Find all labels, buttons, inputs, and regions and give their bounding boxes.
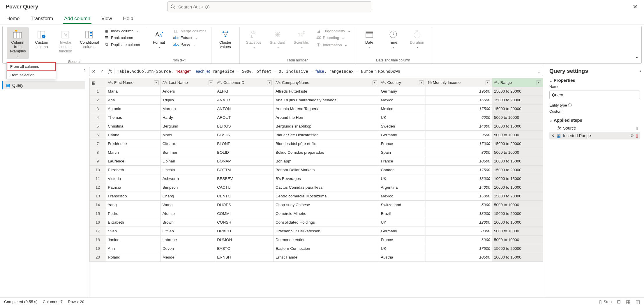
table-cell[interactable]: EASTC (215, 244, 274, 253)
table-row[interactable]: 10ElizabethLincolnBOTTMBottom-Dollar Mar… (90, 166, 543, 174)
table-cell[interactable]: Victoria (106, 174, 160, 183)
cluster-values-button[interactable]: Cluster values (214, 27, 237, 50)
table-row[interactable]: 4ThomasHardyAROUTAround the HornUK600050… (90, 113, 543, 122)
table-cell[interactable]: 17500 (426, 244, 492, 253)
row-number[interactable]: 4 (90, 113, 106, 122)
table-cell[interactable]: Frédérique (106, 139, 160, 148)
table-row[interactable]: 14YangWangDHOPSChop-suey ChineseSwitzerl… (90, 201, 543, 209)
applied-step[interactable]: fxSource▯ (549, 124, 640, 132)
table-row[interactable]: 2AnaTrujilloANATRAna Trujillo Emaredados… (90, 96, 543, 105)
table-cell[interactable]: Afonso (160, 209, 215, 218)
table-cell[interactable]: AROUT (215, 113, 274, 122)
menu-home[interactable]: Home (5, 15, 21, 24)
table-cell[interactable]: Moos (160, 131, 215, 139)
table-cell[interactable]: Mendel (160, 253, 215, 262)
table-cell[interactable]: 5000 to 10000 (492, 236, 543, 244)
table-row[interactable]: 20RolandMendelERNSHErnst HandelAustria10… (90, 253, 543, 262)
column-header[interactable]: 1²₃Monthly Income▾ (426, 78, 492, 87)
duration-button[interactable]: Duration (406, 27, 428, 50)
column-header[interactable]: AᴮcCountry▾ (379, 78, 426, 87)
schema-view-button[interactable]: ◫ (636, 299, 640, 305)
table-cell[interactable]: Germany (379, 87, 426, 96)
properties-section-header[interactable]: Properties (549, 78, 640, 83)
merge-columns-button[interactable]: ▯▯Merge columns (172, 28, 208, 34)
table-cell[interactable]: Mexico (379, 192, 426, 201)
menu-help[interactable]: Help (122, 15, 135, 24)
extract-button[interactable]: abcExtract (172, 35, 208, 41)
table-cell[interactable]: Libihan (160, 157, 215, 166)
table-cell[interactable]: Antonio (106, 105, 160, 113)
table-row[interactable]: 9LaurenceLibihanBONAPBon app'France10500… (90, 157, 543, 166)
column-filter-button[interactable]: ▾ (154, 80, 159, 85)
table-cell[interactable]: Brazil (379, 209, 426, 218)
table-row[interactable]: 17SvenOttliebDRACDDrachenblut Delikatess… (90, 227, 543, 236)
column-header[interactable]: AᴮcRange▾ (492, 78, 543, 87)
column-type-icon[interactable]: Aᴮc (163, 81, 168, 84)
row-number[interactable]: 10 (90, 166, 106, 174)
table-cell[interactable]: Canada (379, 166, 426, 174)
row-number[interactable]: 8 (90, 148, 106, 157)
table-cell[interactable]: B's Beverages (274, 174, 379, 183)
table-cell[interactable]: Yang (106, 201, 160, 209)
table-cell[interactable]: Cactus Comidas para llevar (274, 183, 379, 192)
table-cell[interactable]: 5000 to 10000 (492, 113, 543, 122)
rounding-button[interactable]: .00Rounding (314, 35, 352, 41)
table-cell[interactable]: Drachenblut Delikatessen (274, 227, 379, 236)
table-cell[interactable]: 10000 to 15000 (492, 174, 543, 183)
applied-steps-header[interactable]: Applied steps (549, 118, 640, 123)
table-cell[interactable]: ANATR (215, 96, 274, 105)
table-cell[interactable]: DHOPS (215, 201, 274, 209)
table-cell[interactable]: Patricio (106, 183, 160, 192)
row-number[interactable]: 12 (90, 183, 106, 192)
row-number[interactable]: 19 (90, 244, 106, 253)
trigonometry-button[interactable]: ◢Trigonometry (314, 28, 352, 34)
row-number[interactable]: 1 (90, 87, 106, 96)
formula-accept-button[interactable]: ✓ (98, 69, 106, 74)
table-cell[interactable]: Laurence (106, 157, 160, 166)
table-cell[interactable]: 15000 to 20000 (492, 87, 543, 96)
custom-column-button[interactable]: Custom column (31, 27, 53, 50)
table-cell[interactable]: DUMON (215, 236, 274, 244)
diagram-view-button[interactable]: ⊞ (617, 299, 621, 305)
table-cell[interactable]: 10500 (426, 157, 492, 166)
table-row[interactable]: 13FransciscoChangCENTCCentro comercial M… (90, 192, 543, 201)
ribbon-collapse-button[interactable]: ⌃ (635, 56, 639, 62)
table-corner[interactable]: ▦ (90, 78, 106, 87)
query-name-input[interactable] (549, 91, 640, 99)
row-number[interactable]: 13 (90, 192, 106, 201)
table-row[interactable]: 6HannaMoosBLAUSBlauer See DelikatessenGe… (90, 131, 543, 139)
column-header[interactable]: AᴮcLast Name▾ (160, 78, 215, 87)
table-cell[interactable]: BOTTM (215, 166, 274, 174)
statistics-button[interactable]: XOΣ Statistics (243, 27, 265, 50)
table-cell[interactable]: Elizabeth (106, 218, 160, 227)
table-cell[interactable]: Sommer (160, 148, 215, 157)
table-cell[interactable]: CONSH (215, 218, 274, 227)
table-cell[interactable]: Franscisco (106, 192, 160, 201)
column-type-icon[interactable]: Aᴮc (381, 81, 386, 84)
table-cell[interactable]: 10000 to 15000 (492, 253, 543, 262)
row-number[interactable]: 14 (90, 201, 106, 209)
table-cell[interactable]: Devon (160, 244, 215, 253)
step-button[interactable]: ▯Step (599, 299, 612, 305)
table-cell[interactable]: 10000 to 15000 (492, 218, 543, 227)
column-header[interactable]: AᴮcCompanyName▾ (274, 78, 379, 87)
row-number[interactable]: 20 (90, 253, 106, 262)
conditional-column-button[interactable]: Conditional column (78, 27, 100, 50)
table-cell[interactable]: 17000 (426, 139, 492, 148)
table-cell[interactable]: 10500 (426, 253, 492, 262)
table-cell[interactable]: UK (379, 113, 426, 122)
table-cell[interactable]: Brown (160, 218, 215, 227)
table-row[interactable]: 7FrédériqueCiteauxBLONPBlondesddsl pére … (90, 139, 543, 148)
table-cell[interactable]: 19500 (426, 87, 492, 96)
invoke-custom-function-button[interactable]: fx Invoke custom function (54, 27, 77, 54)
queries-pane-collapse[interactable]: ‹ (84, 67, 85, 72)
table-cell[interactable]: France (379, 236, 426, 244)
table-cell[interactable]: 15000 to 20000 (492, 105, 543, 113)
table-cell[interactable]: Anders (160, 87, 215, 96)
table-cell[interactable]: Wang (160, 201, 215, 209)
table-cell[interactable]: 15000 (426, 192, 492, 201)
table-cell[interactable]: Chang (160, 192, 215, 201)
table-cell[interactable]: 10000 to 15000 (492, 183, 543, 192)
close-button[interactable]: ✕ (630, 1, 641, 12)
standard-button[interactable]: Standard (267, 27, 289, 50)
